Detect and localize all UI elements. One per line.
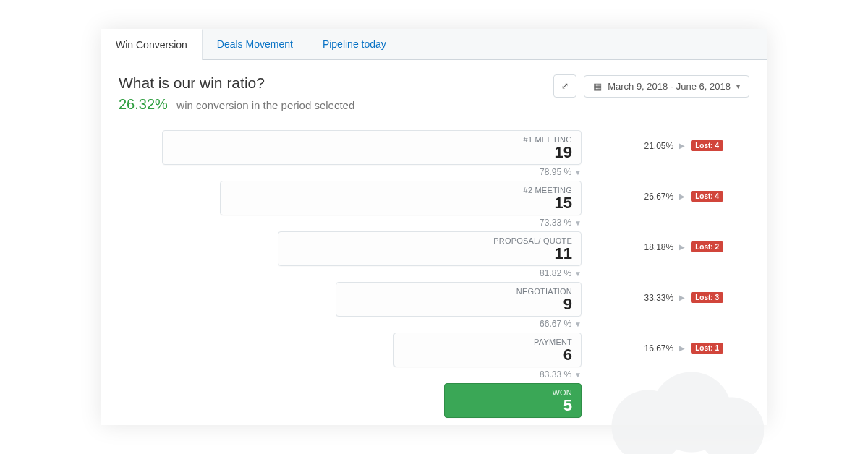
report-panel: Win Conversion Deals Movement Pipeline t…: [101, 29, 767, 425]
funnel-stage[interactable]: WON5: [444, 383, 582, 418]
triangle-right-icon: ▶: [679, 344, 685, 352]
stage-count: 5: [454, 397, 572, 414]
lost-percent: 26.67%: [644, 192, 674, 202]
lost-percent: 33.33%: [644, 293, 674, 303]
triangle-down-icon: ▼: [574, 320, 582, 328]
funnel-stage-box[interactable]: PROPOSAL/ QUOTE11: [278, 231, 582, 266]
date-range-text: March 9, 2018 - June 6, 2018: [608, 81, 731, 92]
triangle-right-icon: ▶: [679, 142, 685, 150]
funnel-stage[interactable]: PROPOSAL/ QUOTE11: [278, 231, 582, 266]
lost-indicator[interactable]: 21.05%▶Lost: 4: [644, 140, 723, 151]
expand-button[interactable]: ⤢: [553, 74, 576, 98]
funnel-stage-box[interactable]: NEGOTIATION9: [336, 282, 582, 317]
lost-badge[interactable]: Lost: 1: [691, 343, 723, 354]
funnel-stage[interactable]: #2 MEETING15: [220, 181, 582, 215]
stage-label: PAYMENT: [403, 338, 572, 346]
lost-percent: 18.18%: [644, 242, 674, 252]
lost-indicator[interactable]: 18.18%▶Lost: 2: [644, 241, 723, 252]
lost-indicator[interactable]: 26.67%▶Lost: 4: [644, 191, 723, 202]
lost-badge[interactable]: Lost: 4: [691, 191, 723, 202]
lost-indicator[interactable]: 33.33%▶Lost: 3: [644, 292, 723, 303]
triangle-right-icon: ▶: [679, 243, 685, 251]
funnel-stage[interactable]: #1 MEETING19: [162, 130, 582, 165]
date-range-picker[interactable]: ▦ March 9, 2018 - June 6, 2018 ▾: [584, 75, 749, 98]
stage-count: 15: [229, 194, 572, 211]
triangle-down-icon: ▼: [574, 168, 582, 176]
tab-pipeline-today[interactable]: Pipeline today: [308, 29, 401, 59]
lost-indicator[interactable]: 16.67%▶Lost: 1: [644, 343, 723, 354]
chevron-down-icon: ▾: [736, 82, 740, 90]
lost-percent: 16.67%: [644, 343, 674, 354]
pass-through-value: 66.67 %: [540, 319, 571, 329]
triangle-right-icon: ▶: [679, 192, 685, 200]
stage-count: 9: [345, 296, 572, 312]
funnel-stage-won[interactable]: WON5: [444, 383, 582, 418]
stage-label: PROPOSAL/ QUOTE: [287, 236, 572, 245]
funnel-stage[interactable]: PAYMENT6: [393, 333, 582, 367]
triangle-down-icon: ▼: [574, 371, 582, 379]
tab-win-conversion[interactable]: Win Conversion: [101, 29, 203, 60]
lost-badge[interactable]: Lost: 3: [691, 292, 723, 303]
stage-count: 6: [403, 346, 572, 363]
triangle-right-icon: ▶: [679, 294, 685, 301]
funnel-stage-box[interactable]: PAYMENT6: [393, 333, 582, 367]
funnel-chart: #1 MEETING1978.95 %▼21.05%▶Lost: 4#2 MEE…: [119, 130, 749, 434]
pass-through-rate: 83.33 %▼: [540, 369, 582, 380]
calendar-icon: ▦: [593, 81, 602, 92]
funnel-stage[interactable]: NEGOTIATION9: [336, 282, 582, 317]
pass-through-rate: 81.82 %▼: [540, 268, 582, 278]
stage-label: WON: [454, 388, 572, 397]
triangle-down-icon: ▼: [574, 219, 582, 227]
header-text: What is our win ratio? 26.32% win conver…: [119, 74, 354, 113]
pass-through-value: 81.82 %: [540, 268, 571, 278]
stage-count: 19: [171, 144, 572, 160]
stage-label: #1 MEETING: [171, 135, 572, 144]
tab-deals-movement[interactable]: Deals Movement: [203, 29, 308, 59]
stage-count: 11: [287, 245, 572, 262]
expand-icon: ⤢: [561, 81, 569, 91]
cloud-watermark: [605, 361, 764, 454]
triangle-down-icon: ▼: [574, 270, 582, 278]
funnel-stage-box[interactable]: #1 MEETING19: [162, 130, 582, 165]
funnel-stage-box[interactable]: #2 MEETING15: [220, 181, 582, 215]
lost-percent: 21.05%: [644, 141, 674, 151]
pass-through-value: 83.33 %: [540, 369, 571, 380]
pass-through-rate: 78.95 %▼: [540, 167, 582, 177]
lost-badge[interactable]: Lost: 2: [691, 241, 723, 252]
pass-through-value: 73.33 %: [540, 218, 571, 228]
tab-bar: Win Conversion Deals Movement Pipeline t…: [101, 29, 767, 60]
page-title: What is our win ratio?: [119, 74, 354, 92]
pass-through-rate: 66.67 %▼: [540, 319, 582, 329]
win-percent: 26.32%: [119, 96, 168, 112]
lost-badge[interactable]: Lost: 4: [691, 140, 723, 151]
pass-through-value: 78.95 %: [540, 167, 571, 177]
stage-label: NEGOTIATION: [345, 287, 572, 296]
stage-label: #2 MEETING: [229, 186, 572, 194]
pass-through-rate: 73.33 %▼: [540, 218, 582, 228]
win-percent-label: win conversion in the period selected: [176, 99, 354, 111]
